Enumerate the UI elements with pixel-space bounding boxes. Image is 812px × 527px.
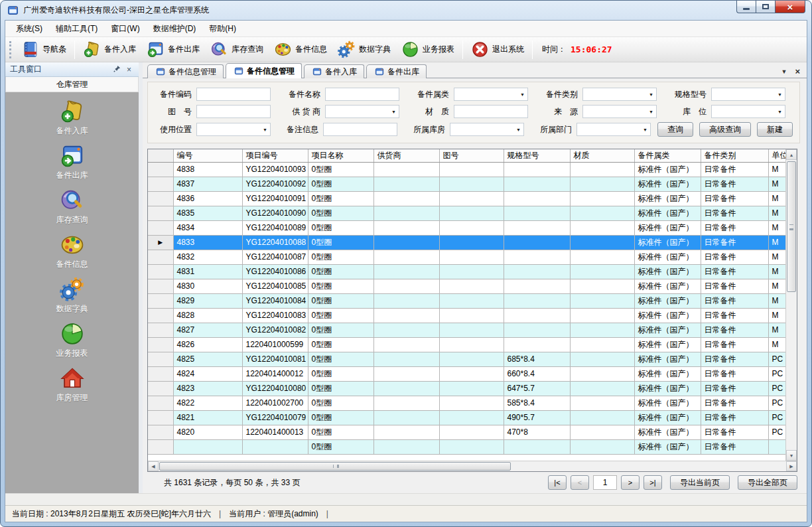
- column-header[interactable]: 备件属类: [634, 149, 701, 162]
- cell[interactable]: [504, 250, 570, 264]
- cell[interactable]: 647*5.7: [504, 381, 570, 396]
- column-header[interactable]: 材质: [570, 149, 634, 162]
- cell[interactable]: 0型圈: [308, 264, 373, 279]
- toolbar-data-dictionary-button[interactable]: 数据字典: [332, 39, 396, 60]
- cell[interactable]: M: [768, 337, 785, 352]
- cell[interactable]: [504, 220, 570, 235]
- cell[interactable]: 日常备件: [701, 308, 768, 323]
- cell[interactable]: 日常备件: [701, 293, 768, 308]
- cell[interactable]: 0型圈: [308, 425, 373, 439]
- cell[interactable]: 490*5.7: [504, 410, 570, 425]
- toolbar-parts-inbound-button[interactable]: 备件入库: [78, 39, 141, 60]
- row-selector[interactable]: [148, 425, 173, 439]
- cell[interactable]: [504, 162, 570, 177]
- row-selector[interactable]: [148, 396, 173, 410]
- cell[interactable]: [570, 308, 634, 323]
- cell[interactable]: 日常备件: [701, 337, 768, 352]
- column-header[interactable]: 编号: [173, 149, 242, 162]
- cell[interactable]: [504, 293, 570, 308]
- cell[interactable]: [504, 206, 570, 220]
- next-page-button[interactable]: >: [621, 475, 640, 490]
- sidebar-item-stock-query[interactable]: 库存查询: [5, 188, 139, 232]
- menu-help[interactable]: 帮助(H): [202, 21, 243, 37]
- toolbar-exit-button[interactable]: 退出系统: [466, 39, 529, 60]
- cell[interactable]: 日常备件: [701, 381, 768, 396]
- cell[interactable]: M: [768, 323, 785, 337]
- row-selector[interactable]: [148, 279, 173, 293]
- part-type-select[interactable]: ▼: [582, 88, 657, 101]
- toolbar-navigator-button[interactable]: 导航条: [16, 39, 72, 60]
- row-selector[interactable]: [148, 206, 173, 220]
- cell[interactable]: [439, 381, 504, 396]
- cell[interactable]: 标准件（国产）: [634, 425, 701, 439]
- scroll-up-icon[interactable]: ▲: [786, 149, 797, 160]
- cell[interactable]: 日常备件: [701, 425, 768, 439]
- toolbar-grip[interactable]: [9, 41, 12, 58]
- cell[interactable]: [439, 264, 504, 279]
- cell[interactable]: 日常备件: [701, 162, 768, 177]
- menu-window[interactable]: 窗口(W): [104, 21, 146, 37]
- cell[interactable]: [439, 366, 504, 381]
- cell[interactable]: [373, 264, 439, 279]
- remark-input[interactable]: [323, 123, 397, 136]
- cell[interactable]: [504, 439, 570, 454]
- tab-parts-info-management-2[interactable]: 备件信息管理: [226, 63, 302, 78]
- cell[interactable]: 标准件（国产）: [634, 410, 701, 425]
- table-row[interactable]: 4836YG122040100910型圈标准件（国产）日常备件M: [148, 191, 785, 206]
- cell[interactable]: [439, 177, 504, 191]
- cell[interactable]: [504, 235, 570, 250]
- cell[interactable]: 0型圈: [308, 439, 373, 454]
- tool-window-close-icon[interactable]: ×: [124, 65, 134, 74]
- cell[interactable]: 0型圈: [308, 177, 373, 191]
- row-selector[interactable]: ▶: [148, 235, 173, 250]
- cell[interactable]: YG12204010091: [242, 191, 308, 206]
- cell[interactable]: 标准件（国产）: [634, 250, 701, 264]
- table-row[interactable]: 4823YG122040100800型圈647*5.7标准件（国产）日常备件PC: [148, 381, 785, 396]
- cell[interactable]: 4821: [173, 410, 242, 425]
- cell[interactable]: 0型圈: [308, 250, 373, 264]
- source-select[interactable]: ▼: [582, 105, 657, 118]
- part-code-input[interactable]: [196, 88, 271, 101]
- menu-tools[interactable]: 辅助工具(T): [49, 21, 104, 37]
- cell[interactable]: YG12204010086: [242, 264, 308, 279]
- cell[interactable]: 4828: [173, 308, 242, 323]
- material-input[interactable]: [454, 105, 528, 118]
- cell[interactable]: [439, 206, 504, 220]
- cell[interactable]: [373, 410, 439, 425]
- menu-system[interactable]: 系统(S): [9, 21, 49, 37]
- cell[interactable]: 标准件（国产）: [634, 352, 701, 366]
- column-header[interactable]: 单位: [768, 149, 785, 162]
- cell[interactable]: 4832: [173, 250, 242, 264]
- cell[interactable]: 标准件（国产）: [634, 439, 701, 454]
- cell[interactable]: M: [768, 308, 785, 323]
- sidebar-item-business-report[interactable]: 业务报表: [5, 321, 139, 366]
- cell[interactable]: M: [768, 162, 785, 177]
- cell[interactable]: 4831: [173, 264, 242, 279]
- toolbar-parts-outbound-button[interactable]: 备件出库: [141, 39, 205, 60]
- scroll-right-icon[interactable]: ▶: [786, 461, 797, 471]
- table-row[interactable]: 4834YG122040100890型圈标准件（国产）日常备件M: [148, 220, 785, 235]
- sidebar-item-data-dictionary[interactable]: 数据字典: [5, 277, 139, 321]
- cell[interactable]: 标准件（国产）: [634, 396, 701, 410]
- sidebar-group-header[interactable]: 仓库管理: [5, 77, 139, 92]
- cell[interactable]: 0型圈: [308, 381, 373, 396]
- table-row[interactable]: 4837YG122040100920型圈标准件（国产）日常备件M: [148, 177, 785, 191]
- cell[interactable]: 685*8.4: [504, 352, 570, 366]
- cell[interactable]: YG12204010093: [242, 162, 308, 177]
- cell[interactable]: [570, 177, 634, 191]
- cell[interactable]: [373, 337, 439, 352]
- vertical-scroll-track[interactable]: [786, 160, 797, 450]
- cell[interactable]: [570, 439, 634, 454]
- cell[interactable]: [570, 410, 634, 425]
- horizontal-scrollbar[interactable]: ◀ ▶: [148, 461, 797, 471]
- cell[interactable]: [570, 264, 634, 279]
- cell[interactable]: [570, 337, 634, 352]
- cell[interactable]: PC: [768, 352, 785, 366]
- row-selector[interactable]: [148, 220, 173, 235]
- cell[interactable]: [373, 425, 439, 439]
- cell[interactable]: 0型圈: [308, 220, 373, 235]
- cell[interactable]: PC: [768, 396, 785, 410]
- cell[interactable]: [373, 191, 439, 206]
- cell[interactable]: 0型圈: [308, 308, 373, 323]
- table-row[interactable]: 482412204014000120型圈660*8.4标准件（国产）日常备件PC: [148, 366, 785, 381]
